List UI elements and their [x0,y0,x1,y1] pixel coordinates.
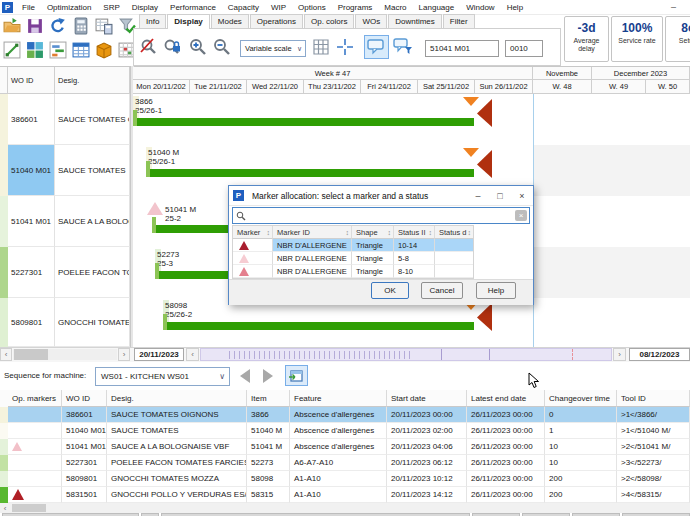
machine-select[interactable]: WS01 - KITCHEN WS01 ∨ [95,367,230,386]
clear-search-icon[interactable]: × [515,210,527,221]
operation-bar[interactable] [146,169,474,177]
desig-cell[interactable]: SAUCE A LA BOLOGNAISE VBF [55,196,130,247]
zoom-out-icon[interactable] [212,37,232,57]
menu-programs[interactable]: Programs [332,3,379,12]
calculator-icon[interactable] [72,17,90,35]
menu-language[interactable]: Language [413,3,461,12]
sort-icon[interactable]: ↕ [346,229,350,236]
wo-id-cell[interactable]: 386601 [8,94,55,145]
zoom-lock-icon[interactable] [162,37,182,57]
ops-row-selected[interactable]: 386601 SAUCE TOMATES OIGNONS 3866 Abscen… [8,407,690,423]
operation-bar[interactable] [163,322,474,330]
col-feature[interactable]: Feature [290,390,387,407]
timeline-scroll-left-button[interactable]: ‹ [186,348,199,361]
col-item[interactable]: Item [247,390,290,407]
marker-id-column-header[interactable]: Marker ID↕ [273,226,352,239]
left-table-scroll-left-button[interactable]: ‹ [0,348,12,361]
left-table-scrollbar[interactable] [13,349,117,360]
col-start-date[interactable]: Start date [387,390,467,407]
day-header[interactable]: Sat 25/11/202 [418,80,475,94]
ok-button[interactable]: OK [371,282,409,299]
wo-id-cell[interactable]: 51041 M01 [8,196,55,247]
ops-row[interactable]: 5227301 POELEE FACON TOMATES FARCIES 522… [8,455,690,471]
menu-options[interactable]: Options [292,3,332,12]
desig-cell[interactable]: GNOCCHI TOMATES MOZZA [55,298,130,347]
left-table-scroll-right-button[interactable]: › [118,348,130,361]
menu-optimization[interactable]: Optimization [41,3,97,12]
desig-cell[interactable]: SAUCE TOMATES OIGNONS [55,94,130,145]
tooltip-toggle-button[interactable] [364,35,389,59]
day-header[interactable]: Tue 21/11/202 [190,80,247,94]
due-date-marker-icon[interactable] [477,150,492,178]
col-desig[interactable]: Desig. [107,390,247,407]
timeline-scroll-right-button[interactable]: › [613,348,626,361]
warning-marker-icon[interactable] [463,148,479,157]
sort-icon[interactable]: ↕ [429,229,433,236]
zoom-disabled-icon[interactable] [139,37,159,57]
dialog-title-bar[interactable]: P Marker allocation: select a marker and… [229,186,533,206]
sort-icon[interactable]: ↕ [468,229,472,236]
scroll-thumb[interactable] [12,504,46,512]
week-header[interactable]: W. 49 [592,80,646,94]
wo-id-column-header[interactable]: WO ID [8,67,55,94]
day-header[interactable]: Thu 23/11/202 [304,80,361,94]
marker-row[interactable]: NBR D'ALLERGENE Triangle 5-8 [233,252,473,265]
menu-window[interactable]: Window [460,3,500,12]
menu-file[interactable]: File [16,3,41,12]
scale-select[interactable]: Variable scale ∨ [240,40,306,57]
week-header[interactable]: W. 48 [533,80,592,94]
dialog-search-input[interactable]: × [232,207,530,224]
day-header[interactable]: Mon 20/11/202 [133,80,190,94]
gantt-view-icon[interactable] [49,41,67,59]
col-tool-id[interactable]: Tool ID [617,390,690,407]
cancel-button[interactable]: Cancel [421,282,463,299]
tab-operations[interactable]: Operations [250,14,303,28]
desig-cell[interactable]: SAUCE TOMATES [55,145,130,196]
help-button[interactable]: Help [476,282,516,299]
ops-row[interactable]: 51040 M01 SAUCE TOMATES 51040 M Abscence… [8,423,690,439]
next-machine-icon[interactable] [263,369,273,383]
day-header[interactable]: Wed 22/11/20 [247,80,304,94]
menu-performance[interactable]: Performance [164,3,222,12]
status-id-column-header[interactable]: Status II↕ [394,226,435,239]
tooltip-filter-button[interactable] [392,35,415,57]
col-latest-end-date[interactable]: Latest end date [467,390,545,407]
package-icon[interactable] [95,41,113,59]
tab-info[interactable]: Info [139,14,166,28]
zoom-in-icon[interactable] [188,37,208,57]
tab-wos[interactable]: WOs [355,14,387,28]
tab-op-colors[interactable]: Op. colors [304,14,354,28]
ops-row[interactable]: 5831501 GNOCCHI POLLO Y VERDURAS ES/PT 5… [8,487,690,503]
shape-column-header[interactable]: Shape↕ [352,226,394,239]
wo-id-cell[interactable]: 5809801 [8,298,55,347]
marker-row-selected[interactable]: NBR D'ALLERGENE Triangle 10-14 [233,239,473,252]
undo-icon[interactable] [49,17,67,35]
day-header[interactable]: Sun 26/11/202 [475,80,533,94]
status-d-column-header[interactable]: Status d↕ [435,226,473,239]
allergen-marker-icon[interactable] [147,202,163,215]
menu-macro[interactable]: Macro [378,3,412,12]
dialog-close-button[interactable]: × [511,188,533,203]
route-view-icon[interactable] [3,41,21,59]
timeline-scrollbar[interactable] [200,348,612,361]
col-wo-id[interactable]: WO ID [62,390,107,407]
due-date-marker-icon[interactable] [477,303,492,331]
col-changeover-time[interactable]: Changeover time [545,390,617,407]
operation-number-input[interactable]: 0010 [505,40,543,57]
ops-row[interactable]: 51041 M01 SAUCE A LA BOLOGNAISE VBF 5104… [8,439,690,455]
detach-sequence-panel-button[interactable] [285,365,308,386]
ops-row[interactable]: 5809801 GNOCCHI TOMATES MOZZA 58098 A1-A… [8,471,690,487]
table-calculator-icon[interactable] [95,17,113,35]
previous-machine-icon[interactable] [240,369,250,383]
operation-bar[interactable] [133,118,474,126]
col-op-markers[interactable]: Op. markers [8,390,62,407]
grid-toggle-icon[interactable] [312,38,330,56]
tab-display[interactable]: Display [167,14,209,29]
color-map-icon[interactable] [26,41,44,59]
wo-search-input[interactable]: 51041 M01 [425,40,499,57]
desig-column-header[interactable]: Desig. [55,67,130,94]
crosshair-icon[interactable] [336,38,354,56]
menu-srp[interactable]: SRP [97,3,125,12]
wo-id-cell-selected[interactable]: 51040 M01 [8,145,55,196]
save-icon[interactable] [26,17,44,35]
